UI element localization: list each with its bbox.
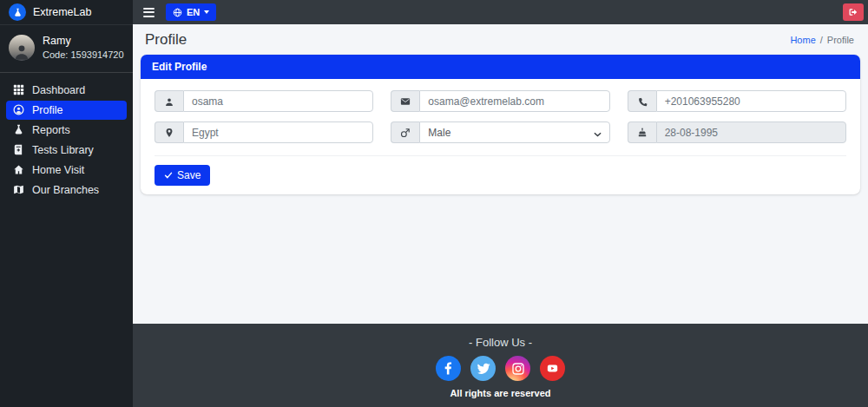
sidebar: ExtremeLab Ramy Code: 1593914720 Dashboa… [0,0,133,407]
home-icon [12,164,24,175]
twitter-icon[interactable] [470,356,496,381]
page-title: Profile [145,31,187,49]
save-label: Save [177,169,201,181]
facebook-icon[interactable] [436,356,461,381]
check-icon [164,171,173,180]
sidebar-item-label: Tests Library [32,144,94,156]
caret-down-icon [204,10,209,14]
user-info: Ramy Code: 1593914720 [43,34,124,62]
language-button[interactable]: EN [166,3,216,21]
user-panel: Ramy Code: 1593914720 [0,25,133,73]
sidebar-item-tests-library[interactable]: Tests Library [6,141,127,160]
sidebar-item-reports[interactable]: Reports [6,121,127,140]
social-links [436,356,565,381]
sidebar-item-label: Profile [32,104,62,116]
sidebar-item-home-visit[interactable]: Home Visit [6,161,127,180]
breadcrumb-separator: / [820,35,823,45]
grid-icon [12,84,24,95]
breadcrumb-home-link[interactable]: Home [790,35,815,45]
mars-icon [391,121,419,143]
email-input[interactable] [419,90,609,112]
edit-profile-card: Edit Profile [141,55,860,194]
country-input[interactable] [183,121,373,143]
footer: - Follow Us - All rights are reserved [133,324,868,407]
rights-label: All rights are reserved [450,388,550,398]
sidebar-item-label: Home Visit [32,164,84,176]
map-icon [12,184,24,195]
card-footer: Save [141,156,860,194]
sidebar-item-label: Reports [32,124,70,136]
sidebar-item-dashboard[interactable]: Dashboard [6,81,127,100]
sidebar-item-profile[interactable]: Profile [6,101,127,120]
breadcrumb: Home / Profile [790,35,854,45]
sidebar-nav: Dashboard Profile Reports Tests Library [0,73,133,207]
user-name: Ramy [43,34,124,49]
flask-logo-icon [9,3,26,21]
avatar [9,35,35,61]
phone-input[interactable] [656,90,846,112]
flask-icon [12,124,24,135]
gender-field-group: Male [391,121,609,143]
instagram-icon[interactable] [505,356,530,381]
page-content: Profile Home / Profile Edit Profile [133,24,868,407]
chevron-down-icon [594,128,602,140]
birthdate-field-group [628,121,846,143]
menu-toggle-button[interactable] [143,5,155,20]
name-input[interactable] [183,90,373,112]
profile-form: Male [155,90,846,143]
country-field-group [155,121,373,143]
phone-icon [628,90,656,112]
topbar: EN [133,0,868,24]
card-body: Male [141,79,860,156]
logout-button[interactable] [843,3,864,21]
gender-select[interactable]: Male [419,121,609,143]
sidebar-item-label: Dashboard [32,84,85,96]
content-header: Profile Home / Profile [133,24,868,55]
birthdate-input[interactable] [656,121,846,143]
user-icon [155,90,183,112]
follow-us-label: - Follow Us - [469,336,532,349]
youtube-icon[interactable] [540,356,565,381]
card-header: Edit Profile [141,55,860,79]
user-code: Code: 1593914720 [43,49,124,62]
book-icon [12,144,24,155]
sidebar-item-our-branches[interactable]: Our Branches [6,181,127,200]
globe-icon [173,8,182,17]
save-button[interactable]: Save [155,165,210,186]
brand-link[interactable]: ExtremeLab [0,0,133,25]
language-label: EN [187,7,200,17]
birthday-cake-icon [628,121,656,143]
email-field-group [391,90,609,112]
phone-field-group [628,90,846,112]
map-marker-icon [155,121,183,143]
sidebar-item-label: Our Branches [32,184,99,196]
name-field-group [155,90,373,112]
app-window: ExtremeLab Ramy Code: 1593914720 Dashboa… [0,0,868,407]
gender-value: Male [428,127,450,139]
breadcrumb-current: Profile [827,35,854,45]
brand-name: ExtremeLab [33,6,91,18]
envelope-icon [391,90,419,112]
user-circle-icon [12,104,24,115]
sign-out-icon [848,7,858,17]
